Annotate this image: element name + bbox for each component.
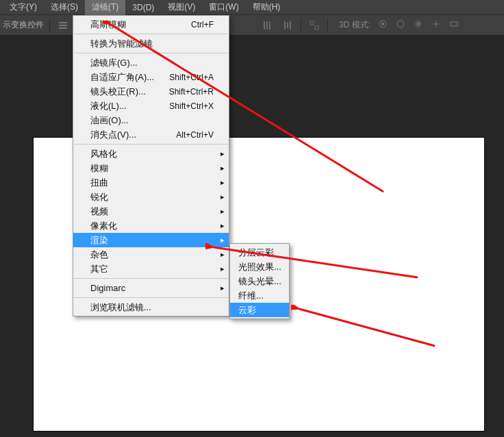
menu-filter[interactable]: 滤镜(T): [85, 0, 125, 15]
svg-rect-2: [59, 27, 67, 29]
pan-icon[interactable]: [413, 18, 424, 32]
svg-rect-12: [310, 21, 314, 25]
menu-digimarc[interactable]: Digimarc: [73, 281, 229, 295]
menu-separator: [74, 144, 228, 145]
svg-rect-8: [269, 21, 270, 29]
menu-liquify[interactable]: 液化(L)...Shift+Ctrl+X: [73, 99, 229, 113]
menu-help[interactable]: 帮助(H): [246, 0, 288, 15]
menu-pixelate[interactable]: 像素化: [73, 218, 229, 233]
orbit-icon[interactable]: [377, 18, 388, 32]
svg-rect-10: [287, 23, 288, 28]
transform-controls-label: 示变换控件: [3, 19, 44, 31]
menu-other[interactable]: 其它: [73, 262, 229, 276]
svg-rect-9: [284, 21, 286, 29]
menu-video[interactable]: 视频: [73, 204, 229, 218]
menu-distort[interactable]: 扭曲: [73, 175, 229, 190]
svg-rect-1: [59, 25, 67, 26]
svg-rect-13: [315, 26, 318, 29]
auto-align-button[interactable]: [307, 18, 322, 33]
align-button[interactable]: [55, 18, 71, 33]
roll-icon[interactable]: [395, 18, 406, 32]
svg-rect-6: [264, 21, 265, 29]
distribute-button[interactable]: [280, 18, 295, 33]
mode3d-group: 3D 模式:: [339, 18, 459, 32]
menu-convert-smart[interactable]: 转换为智能滤镜: [73, 36, 229, 51]
submenu-fibers[interactable]: 纤维...: [230, 288, 289, 303]
svg-point-15: [381, 23, 384, 25]
svg-rect-11: [290, 21, 291, 29]
submenu-difference-clouds[interactable]: 分层云彩: [230, 245, 289, 260]
svg-rect-7: [266, 21, 268, 29]
distribute-button[interactable]: [260, 18, 275, 33]
menu-separator: [74, 297, 228, 298]
menu-adaptive-wide-angle[interactable]: 自适应广角(A)...Shift+Ctrl+A: [73, 70, 229, 84]
menu-window[interactable]: 窗口(W): [202, 0, 245, 15]
slide-icon[interactable]: [431, 18, 442, 32]
menubar: 文字(Y) 选择(S) 滤镜(T) 3D(D) 视图(V) 窗口(W) 帮助(H…: [0, 0, 504, 15]
menu-lens-correction[interactable]: 镜头校正(R)...Shift+Ctrl+R: [73, 84, 229, 99]
menu-separator: [74, 278, 228, 279]
render-submenu: 分层云彩 光照效果... 镜头光晕... 纤维... 云彩: [229, 243, 290, 319]
menu-separator: [74, 34, 228, 34]
menu-last-filter[interactable]: 高斯模糊Ctrl+F: [73, 17, 229, 32]
menu-browse-online[interactable]: 浏览联机滤镜...: [73, 300, 229, 314]
menu-3d[interactable]: 3D(D): [125, 1, 161, 14]
menu-vanishing-point[interactable]: 消失点(V)...Alt+Ctrl+V: [73, 127, 229, 142]
menu-view[interactable]: 视图(V): [161, 0, 202, 15]
filter-menu: 高斯模糊Ctrl+F 转换为智能滤镜 滤镜库(G)... 自适应广角(A)...…: [73, 15, 229, 316]
menu-render[interactable]: 渲染: [73, 233, 229, 247]
menu-sharpen[interactable]: 锐化: [73, 190, 229, 204]
menu-filter-gallery[interactable]: 滤镜库(G)...: [73, 55, 229, 70]
divider: [301, 18, 301, 32]
zoom-icon[interactable]: [449, 18, 459, 32]
divider: [49, 18, 50, 32]
menu-select[interactable]: 选择(S): [44, 0, 85, 15]
menu-text[interactable]: 文字(Y): [3, 0, 44, 15]
svg-rect-0: [59, 22, 67, 23]
menu-stylize[interactable]: 风格化: [73, 147, 229, 161]
svg-point-16: [397, 21, 404, 27]
menu-noise[interactable]: 杂色: [73, 247, 229, 262]
submenu-clouds[interactable]: 云彩: [230, 303, 289, 317]
svg-rect-17: [451, 22, 457, 26]
submenu-lighting-effects[interactable]: 光照效果...: [230, 260, 289, 274]
menu-separator: [74, 53, 228, 53]
menu-blur[interactable]: 模糊: [73, 161, 229, 175]
mode3d-label: 3D 模式:: [339, 19, 370, 31]
menu-oil-paint[interactable]: 油画(O)...: [73, 113, 229, 127]
submenu-lens-flare[interactable]: 镜头光晕...: [230, 274, 289, 288]
divider: [327, 18, 328, 32]
